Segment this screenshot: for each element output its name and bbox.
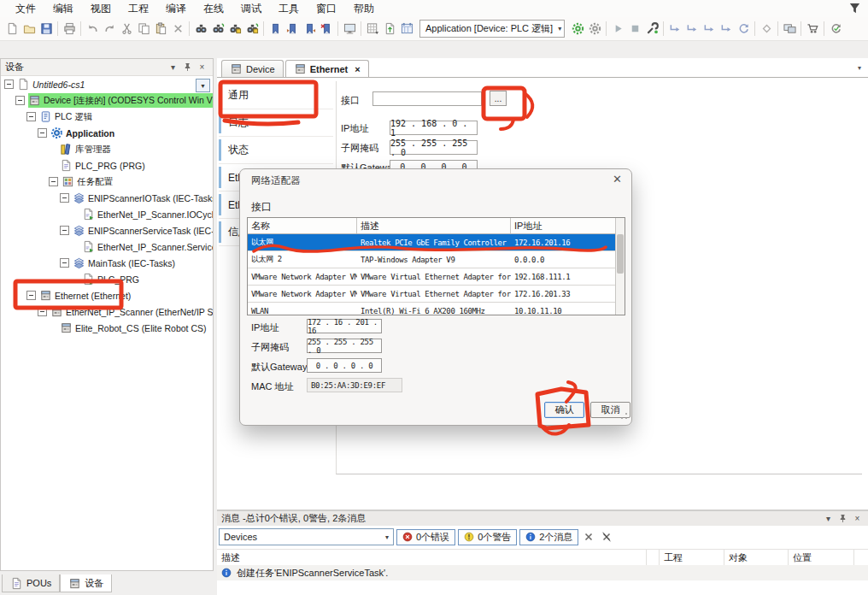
build-button[interactable] <box>364 21 381 38</box>
messages-col-header[interactable]: 工程 <box>660 550 724 565</box>
ok-button[interactable]: 确认 <box>544 402 584 418</box>
boot-application-button[interactable] <box>381 21 398 38</box>
close-icon[interactable]: × <box>196 62 208 74</box>
find-button[interactable] <box>192 21 209 38</box>
tree-item[interactable]: PLC 逻辑 <box>1 109 213 125</box>
dialog-close-icon[interactable]: ✕ <box>613 173 622 186</box>
pin-icon[interactable] <box>836 513 849 525</box>
table-scrollbar[interactable] <box>615 218 625 315</box>
panel-menu-icon[interactable]: ▾ <box>167 62 179 74</box>
messages-category-combo[interactable]: Devices ▾ <box>219 528 394 545</box>
expander-icon[interactable] <box>38 307 47 316</box>
tree-item[interactable]: Application <box>1 125 213 141</box>
messages-col-header[interactable]: 对象 <box>724 550 789 565</box>
tree-item[interactable]: EtherNet_IP_Scanner.ServiceCycle <box>1 239 213 255</box>
cut-button[interactable] <box>118 21 135 38</box>
tab-list-dropdown-icon[interactable]: ▾ <box>858 64 861 72</box>
expander-icon[interactable] <box>15 96 25 105</box>
menu-item-0[interactable]: 文件 <box>7 0 44 18</box>
close-icon[interactable]: × <box>851 513 864 525</box>
panel-menu-icon[interactable]: ▾ <box>822 513 835 525</box>
tree-item[interactable]: Elite_Robot_CS (Elite Robot CS) <box>1 320 213 336</box>
breakpoint-button[interactable] <box>758 21 775 38</box>
step-over-button[interactable] <box>666 21 683 38</box>
tree-item[interactable]: PLC_PRG <box>1 271 213 287</box>
expander-icon[interactable] <box>4 80 14 89</box>
menu-item-8[interactable]: 窗口 <box>308 0 345 18</box>
menu-item-3[interactable]: 工程 <box>120 0 157 18</box>
expander-icon[interactable] <box>49 177 58 186</box>
filter-funnel-icon[interactable] <box>848 3 861 15</box>
doc-tab-ethernet[interactable]: Ethernet× <box>285 60 369 77</box>
bookmark-previous-button[interactable] <box>284 21 301 38</box>
form-value-field[interactable]: 192 . 168 . 0 . 1 <box>390 121 478 135</box>
cart-button[interactable] <box>804 21 821 38</box>
copy-button[interactable] <box>135 21 152 38</box>
resize-grip[interactable] <box>620 410 628 422</box>
expander-icon[interactable] <box>38 128 47 138</box>
tree-item[interactable]: 库管理器 <box>1 141 213 157</box>
messages-col-header[interactable]: 位置 <box>789 550 854 565</box>
menu-item-5[interactable]: 在线 <box>195 0 232 18</box>
adapter-row[interactable]: VMware Network Adapter VMnet1VMware Virt… <box>248 268 625 286</box>
step-out-button[interactable] <box>701 21 718 38</box>
login-button[interactable] <box>569 21 586 38</box>
tree-item[interactable]: EtherNet_IP_Scanner (EtherNet/IP Scanner… <box>1 303 213 320</box>
tree-item[interactable]: ENIPScannerServiceTask (IEC-Tasks) <box>1 222 213 239</box>
message-row[interactable]: 创建任务'ENIPScannerServiceTask'. <box>217 565 868 580</box>
generate-code-button[interactable] <box>398 21 415 38</box>
tree-item[interactable]: PLC_PRG (PRG) <box>1 157 213 174</box>
tree-dropdown-icon[interactable]: ▼ <box>196 79 210 92</box>
menu-item-7[interactable]: 工具 <box>270 0 308 18</box>
replace-button[interactable] <box>209 21 226 38</box>
adapter-row[interactable]: WLANIntel(R) Wi-Fi 6 AX200 160MHz10.10.1… <box>248 303 625 315</box>
dialog-field-value[interactable]: 0 . 0 . 0 . 0 <box>307 358 382 373</box>
adapter-row[interactable]: 以太网 2TAP-Windows Adapter V90.0.0.0 <box>248 251 625 268</box>
tree-item[interactable]: EtherNet_IP_Scanner.IOCycle <box>1 206 213 222</box>
scrollbar-thumb[interactable] <box>617 234 624 274</box>
menu-item-4[interactable]: 编译 <box>157 0 195 18</box>
print-button[interactable] <box>61 21 78 38</box>
filter-warning-badge[interactable]: 0个警告 <box>458 529 517 545</box>
messages-col-header[interactable]: 描述 <box>217 550 647 565</box>
save-button[interactable] <box>38 21 55 38</box>
editor-nav-tab-1[interactable]: 日志 <box>219 109 333 137</box>
tree-item[interactable]: Device [连接的] (CODESYS Control Win V3 x64… <box>1 92 213 109</box>
clear-messages-icon[interactable] <box>581 529 596 545</box>
tree-item[interactable]: Ethernet (Ethernet) <box>1 287 213 303</box>
interface-input[interactable] <box>372 91 482 106</box>
tree-item[interactable]: Untitled6-cs1 <box>1 76 213 92</box>
view-tab-设备[interactable]: 设备 <box>60 574 112 592</box>
flow-control-button[interactable] <box>781 21 798 38</box>
find-in-project-button[interactable] <box>226 21 243 38</box>
close-tab-icon[interactable]: × <box>355 64 360 74</box>
online-config-button[interactable] <box>643 21 660 38</box>
undo-button[interactable] <box>84 21 101 38</box>
editor-nav-tab-2[interactable]: 状态 <box>219 137 333 164</box>
tree-item[interactable]: 任务配置 <box>1 174 213 190</box>
browse-button[interactable]: ... <box>490 91 507 106</box>
dialog-field-value[interactable]: 255 . 255 . 255 . 0 <box>307 339 382 353</box>
stop-button[interactable] <box>626 21 643 38</box>
adapter-row[interactable]: VMware Network Adapter VMnet8VMware Virt… <box>248 286 625 303</box>
filter-info-badge[interactable]: 2个消息 <box>519 529 578 545</box>
tree-item[interactable]: MainTask (IEC-Tasks) <box>1 255 213 271</box>
refresh-button[interactable] <box>827 21 844 38</box>
messages-col-header[interactable] <box>647 550 660 565</box>
active-application-combo[interactable]: Application [Device: PLC 逻辑]▾ <box>419 20 565 38</box>
expander-icon[interactable] <box>60 258 69 268</box>
run-to-cursor-button[interactable] <box>718 21 735 38</box>
adapter-col-header[interactable]: 描述 <box>357 218 511 233</box>
menu-item-2[interactable]: 视图 <box>82 0 120 18</box>
window-layout-button[interactable] <box>341 21 358 38</box>
adapter-col-header[interactable]: IP地址 <box>511 218 616 233</box>
new-file-button[interactable] <box>3 21 21 38</box>
reset-button[interactable] <box>735 21 752 38</box>
pin-icon[interactable] <box>181 62 194 74</box>
paste-button[interactable] <box>152 21 169 38</box>
tree-item[interactable]: ENIPScannerIOTask (IEC-Tasks) <box>1 190 213 206</box>
clear-filtered-icon[interactable] <box>599 529 614 545</box>
bookmark-next-button[interactable] <box>301 21 318 38</box>
replace-in-project-button[interactable] <box>243 21 261 38</box>
doc-tab-device[interactable]: Device <box>221 60 284 77</box>
